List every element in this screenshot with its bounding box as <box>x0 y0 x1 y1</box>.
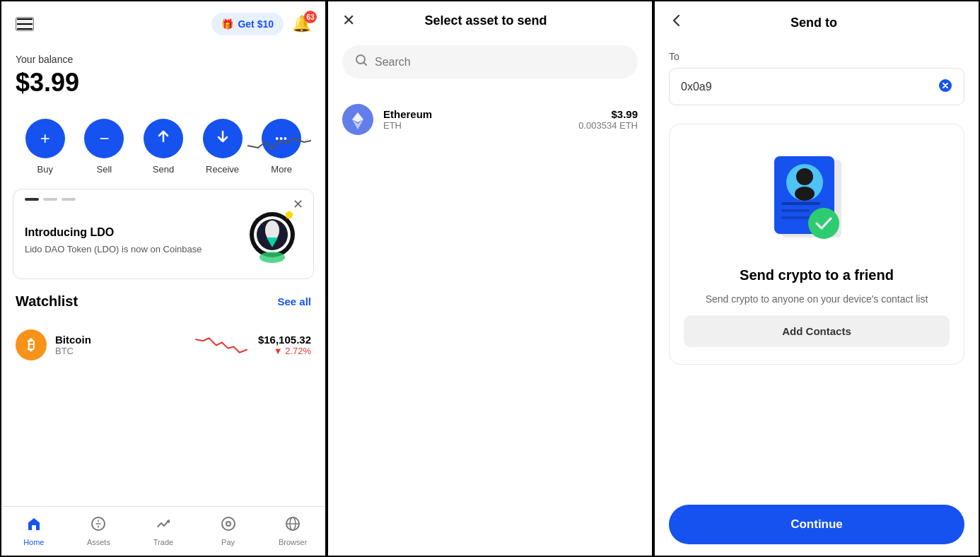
ethereum-usd: $3.99 <box>578 108 638 120</box>
send-label: Send <box>153 164 174 175</box>
pay-icon <box>221 516 236 535</box>
dot-3 <box>62 198 76 201</box>
buy-label: Buy <box>37 164 53 175</box>
promo-dots <box>25 198 76 201</box>
bitcoin-name: Bitcoin <box>55 334 185 346</box>
svg-rect-22 <box>781 209 810 212</box>
svg-point-10 <box>222 517 235 530</box>
back-button[interactable] <box>669 13 684 33</box>
send-to-title: Send to <box>684 16 943 30</box>
receive-label: Receive <box>206 164 239 175</box>
add-contacts-button[interactable]: Add Contacts <box>684 315 950 347</box>
nav-assets-label: Assets <box>87 538 110 546</box>
ethereum-info: Ethereum ETH <box>383 108 568 131</box>
svg-point-27 <box>808 208 839 239</box>
nav-browser[interactable]: Browser <box>260 510 325 552</box>
bitcoin-logo: ₿ <box>16 329 47 360</box>
home-icon <box>26 516 42 535</box>
search-bar <box>342 45 638 78</box>
address-input-wrap <box>669 68 964 105</box>
assets-icon <box>91 516 106 535</box>
ethereum-crypto: 0.003534 ETH <box>578 120 638 131</box>
receive-action: Receive <box>203 119 243 175</box>
address-input[interactable] <box>681 81 933 93</box>
get-money-button[interactable]: 🎁 Get $10 <box>211 13 284 35</box>
send-button[interactable] <box>144 119 183 158</box>
search-icon <box>355 54 368 70</box>
nav-assets[interactable]: Assets <box>66 510 132 552</box>
watchlist-title: Watchlist <box>16 293 78 310</box>
promo-card: ✕ Introducing LDO Lido DAO Token (LDO) i… <box>13 189 314 279</box>
bitcoin-price: $16,105.32 <box>258 334 311 346</box>
get-money-label: Get $10 <box>238 18 274 30</box>
nav-home[interactable]: Home <box>1 510 66 552</box>
home-header: 🎁 Get $10 🔔 63 <box>1 1 325 47</box>
home-panel: 🎁 Get $10 🔔 63 Your balance $3.99 + Buy <box>0 0 327 557</box>
svg-point-26 <box>795 187 815 201</box>
buy-button[interactable]: + <box>25 119 65 158</box>
bitcoin-row[interactable]: ₿ Bitcoin BTC $16,105.32 ▼ 2.72% <box>16 321 311 369</box>
bitcoin-icon: ₿ <box>28 337 35 353</box>
watchlist-header: Watchlist See all <box>16 293 311 310</box>
dot-1 <box>25 198 39 201</box>
balance-chart <box>247 128 311 159</box>
friend-card-subtitle: Send crypto to anyone on your device's c… <box>706 292 928 307</box>
bitcoin-symbol: BTC <box>55 346 185 356</box>
bottom-nav: Home Assets Trade <box>1 506 325 556</box>
nav-trade[interactable]: Trade <box>131 510 196 552</box>
balance-section: Your balance $3.99 <box>1 47 325 112</box>
trade-icon <box>156 516 171 535</box>
promo-text: Introducing LDO Lido DAO Token (LDO) is … <box>25 212 202 256</box>
send-icon <box>156 129 171 148</box>
browser-icon <box>285 516 301 535</box>
menu-button[interactable] <box>16 17 34 31</box>
notification-button[interactable]: 🔔 63 <box>292 15 311 33</box>
svg-rect-21 <box>781 202 820 205</box>
more-label: More <box>271 164 292 175</box>
balance-label: Your balance <box>16 54 311 65</box>
gift-icon: 🎁 <box>221 18 233 30</box>
to-label: To <box>669 51 964 62</box>
sell-label: Sell <box>97 164 112 175</box>
nav-trade-label: Trade <box>153 538 173 546</box>
friend-card: Send crypto to a friend Send crypto to a… <box>669 124 964 365</box>
clear-address-button[interactable] <box>938 78 952 95</box>
receive-button[interactable] <box>203 119 243 158</box>
nav-browser-label: Browser <box>279 538 307 546</box>
ethereum-asset-row[interactable]: Ethereum ETH $3.99 0.003534 ETH <box>328 93 652 146</box>
dot-2 <box>43 198 57 201</box>
buy-action: + Buy <box>25 119 65 175</box>
bitcoin-price-col: $16,105.32 ▼ 2.72% <box>258 334 311 356</box>
bitcoin-chart <box>193 332 250 358</box>
ethereum-logo <box>342 104 373 135</box>
see-all-link[interactable]: See all <box>277 295 311 307</box>
minus-icon: − <box>99 130 109 147</box>
plus-icon: + <box>40 130 50 147</box>
svg-point-11 <box>226 522 231 526</box>
balance-amount: $3.99 <box>16 68 311 98</box>
continue-button[interactable]: Continue <box>669 505 964 544</box>
watchlist-section: Watchlist See all ₿ Bitcoin BTC $16,105.… <box>1 279 325 376</box>
ethereum-name: Ethereum <box>383 108 568 120</box>
svg-point-15 <box>356 55 365 64</box>
friend-illustration <box>760 146 873 259</box>
promo-close-button[interactable]: ✕ <box>293 197 303 212</box>
send-action: Send <box>144 119 183 175</box>
nav-pay-label: Pay <box>221 538 235 546</box>
send-to-section: To <box>655 44 979 112</box>
svg-point-25 <box>796 168 813 185</box>
nav-home-label: Home <box>23 538 44 546</box>
nav-pay[interactable]: Pay <box>196 510 261 552</box>
bitcoin-info: Bitcoin BTC <box>55 334 185 356</box>
sell-action: − Sell <box>84 119 124 175</box>
close-button[interactable]: ✕ <box>342 13 355 28</box>
promo-subtitle: Lido DAO Token (LDO) is now on Coinbase <box>25 243 202 256</box>
svg-rect-8 <box>32 525 36 530</box>
ethereum-value: $3.99 0.003534 ETH <box>578 108 638 131</box>
ethereum-symbol: ETH <box>383 120 568 131</box>
notification-badge: 63 <box>304 11 317 23</box>
friend-card-title: Send crypto to a friend <box>740 267 894 283</box>
sell-button[interactable]: − <box>84 119 124 158</box>
svg-rect-23 <box>781 216 813 219</box>
search-input[interactable] <box>375 56 625 69</box>
